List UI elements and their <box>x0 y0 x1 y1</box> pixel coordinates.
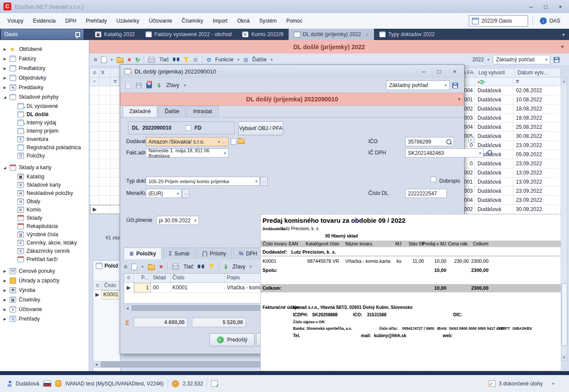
sidebar-item-sklady[interactable]: Sklady <box>0 214 89 222</box>
table-row[interactable]: 8001Dudášová10.08.2022 <box>456 95 561 104</box>
chevron-down-icon[interactable]: ▾ <box>184 83 186 87</box>
print-icon[interactable] <box>172 265 179 270</box>
sidebar-item-rekapitulácia[interactable]: Rekapitulácia <box>0 222 89 230</box>
search-icon[interactable] <box>173 57 179 62</box>
sidebar-item-číselníky[interactable]: ▶▤Číselníky <box>0 295 89 305</box>
dialog-close-button[interactable]: × <box>453 68 456 75</box>
verified-checkbox[interactable]: ✓ <box>468 137 474 143</box>
fd-checkbox[interactable] <box>185 125 191 131</box>
table-row[interactable]: 9004Dudášová23.09.2022 <box>456 196 561 205</box>
filter-cell[interactable]: = <box>111 77 120 86</box>
save-and-close-icon[interactable] <box>146 83 152 88</box>
cislo-dl-field[interactable]: 2222222547 <box>405 189 447 198</box>
oas-button[interactable]: ↓ OAS <box>537 16 563 26</box>
scroll-left-icon[interactable]: ◀ <box>124 305 131 311</box>
sidebar-item-prehľady[interactable]: ▶QPrehľady <box>0 314 89 324</box>
table-row[interactable] <box>90 187 121 196</box>
tab-sumár[interactable]: ΣSumár <box>163 248 195 259</box>
tab-typy-dokladov-2022[interactable]: Typy dokladov 2022 <box>374 29 440 40</box>
discounts-label[interactable]: Zľavy <box>166 82 179 88</box>
column-header-cislo[interactable]: Číslo <box>171 274 225 282</box>
column-header-date[interactable]: Dátum vytv... <box>515 69 561 77</box>
cell-sklad[interactable]: 00 <box>151 283 171 293</box>
fakt-adresa-field[interactable]: Námestie 1. mája 18, 811 06 Bratislava ▾ <box>146 148 229 157</box>
typ-dokladu-ellipsis-button[interactable]: … <box>260 177 268 186</box>
sidebar-item-sklady-a-karty[interactable]: ◢Sklady a karty <box>0 163 89 172</box>
grid-settings-icon[interactable]: ⚙ <box>93 281 102 290</box>
table-row[interactable] <box>90 141 121 150</box>
sidebar-item-výrobné-čísla[interactable]: |||Výrobné čísla <box>0 230 89 238</box>
delete-icon[interactable]: × <box>128 57 131 63</box>
sidebar-item-položky[interactable]: QPoložky <box>0 151 89 160</box>
table-row[interactable]: 0Dudášová23.09.2022 <box>456 159 561 168</box>
mena-field[interactable]: (EUR) ▾ <box>146 189 182 198</box>
close-tab-icon[interactable]: × <box>365 31 369 38</box>
sidebar-item-preddavky[interactable]: ▶%Preddavky <box>0 83 89 92</box>
abc-filter-icon[interactable]: ABC <box>475 77 513 86</box>
sidebar-item-zákaznícky-cenník[interactable]: CZákaznícky cenník <box>0 247 89 255</box>
scroll-down-icon[interactable]: ▼ <box>561 354 567 361</box>
previous-button[interactable]: ← Predošlý <box>209 333 255 346</box>
more-label[interactable]: Ďalšie <box>252 57 266 63</box>
filter-icon[interactable] <box>209 264 214 269</box>
lookup-icon[interactable] <box>446 139 451 144</box>
dialog-view-combobox[interactable]: Základný pohľad ▾ <box>386 80 450 90</box>
table-row[interactable]: 8002Dudášová18.08.2022 <box>456 104 561 114</box>
dodavatel-field[interactable]: Amazon /Slovakia/ s.r.o. ▾… <box>146 137 229 146</box>
new-document-icon[interactable] <box>125 82 131 89</box>
open-icon[interactable] <box>148 265 155 270</box>
tab-prílohy[interactable]: Prílohy <box>197 248 232 259</box>
gear-icon[interactable]: ⚙ <box>193 57 198 63</box>
menu-vstupy[interactable]: Vstupy <box>3 16 27 26</box>
menu-pomoc[interactable]: Pomoc <box>282 16 306 26</box>
dialog-minimize-button[interactable]: – <box>422 68 425 75</box>
print-label[interactable]: Tlač <box>159 57 169 63</box>
menu-dph[interactable]: DPH <box>61 16 80 26</box>
period-selector[interactable]: 2022/9 Oasis <box>469 15 528 27</box>
filter-icon[interactable] <box>183 57 189 62</box>
sidebar-item-skladové-pohyby[interactable]: ◢Skladové pohyby <box>0 92 89 102</box>
uct-plnenie-field[interactable]: pi 30.09.2022 ▾ <box>156 216 199 225</box>
new-partner-icon[interactable] <box>231 138 236 145</box>
vertical-scrollbar[interactable]: ▲ ▼ <box>561 77 567 361</box>
functions-label[interactable]: Funkcie <box>215 57 233 63</box>
view-combobox[interactable]: Základný pohľad ▾ <box>493 55 550 64</box>
year-combobox[interactable]: 2022 <box>472 57 484 63</box>
sidebar-item-katal-g[interactable]: ▦Katalóg <box>0 172 89 181</box>
table-row[interactable] <box>90 196 121 205</box>
filter-row-icon[interactable]: ▼ <box>90 77 99 86</box>
sidebar-item-dl-vystavené[interactable]: DL vystavené <box>0 102 89 110</box>
menu-okná[interactable]: Okná <box>233 16 254 26</box>
open-icon[interactable] <box>117 58 124 63</box>
mena-ellipsis-button[interactable]: … <box>182 189 189 198</box>
chevron-down-icon[interactable]: ▾ <box>250 265 252 269</box>
chevron-down-icon[interactable]: ▾ <box>237 57 239 62</box>
pin-icon[interactable] <box>75 32 80 37</box>
table-row[interactable]: 6004Dudášová02.06.2022 <box>456 86 561 95</box>
tab-faktúry-vystavené-2022-obchod[interactable]: Faktúry vystavené 2022 - obchod <box>140 29 237 40</box>
sidebar-item-obaly[interactable]: OObaly <box>0 197 89 205</box>
vybavit-obj-pfa-button[interactable]: Vybaviť OBJ / PFA <box>238 121 283 135</box>
sidebar-caption[interactable]: Oasis <box>1 29 84 40</box>
chevron-down-icon[interactable]: ▾ <box>487 57 489 62</box>
calculator-icon[interactable] <box>211 380 218 387</box>
tab-dalsie[interactable]: Ďalšie <box>158 106 185 117</box>
sidebar-item-obľúbené[interactable]: ▶★Obľúbené <box>0 44 89 54</box>
tab-komis-2022-9[interactable]: KKomis 2022/9 <box>237 29 288 40</box>
chevron-down-icon[interactable]: ▾ <box>111 57 113 62</box>
table-row[interactable] <box>90 159 121 168</box>
sidebar-item-neskladové-položky[interactable]: NNeskladové položky <box>0 189 89 197</box>
menu-číselníky[interactable]: Číselníky <box>178 16 207 26</box>
table-row[interactable] <box>90 104 121 114</box>
chevron-down-icon[interactable]: ▾ <box>552 382 554 386</box>
sidebar-item-skladové-karty[interactable]: SSkladové karty <box>0 181 89 189</box>
table-row[interactable]: 0002Dudášová30.09.2022 <box>456 205 561 214</box>
sidebar-item-interný-príjem[interactable]: Interný príjem <box>0 127 89 135</box>
menu-icon[interactable]: ≡ <box>94 56 97 63</box>
scroll-left-icon[interactable]: ◀ <box>93 362 100 367</box>
sidebar-item-cenníky-akcie-letáky[interactable]: CCenníky, akcie, letáky <box>0 238 89 247</box>
chevron-down-icon[interactable]: ▾ <box>271 57 273 62</box>
sidebar-item-úhrady-a-zápočty[interactable]: ▶Úhrady a zápočty <box>0 276 89 285</box>
sidebar-item-faktúry[interactable]: ▶Faktúry <box>0 54 89 64</box>
column-header-cislo[interactable]: Číslo « <box>102 281 120 290</box>
